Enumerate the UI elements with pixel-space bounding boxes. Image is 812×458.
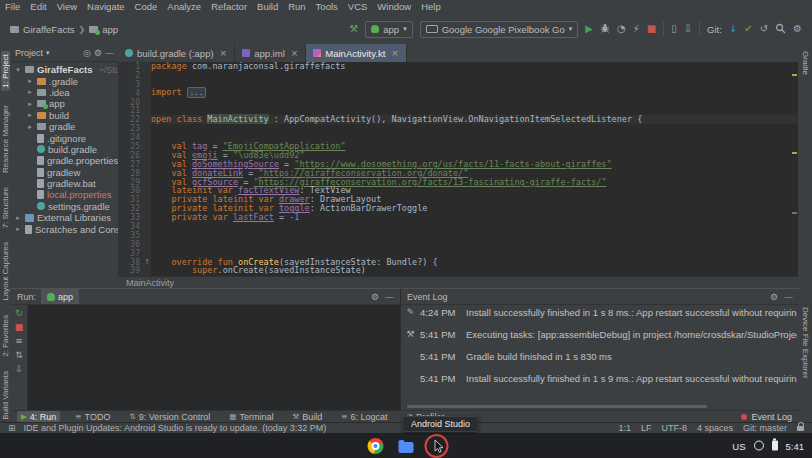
code-line[interactable]: 3 (118, 80, 798, 89)
code-line[interactable]: 1package com.naranjaconsal.giraffefacts (118, 62, 798, 71)
search-everywhere-button[interactable] (775, 23, 786, 36)
expand-arrow-icon[interactable]: ▸ (14, 225, 22, 233)
tree-item-build-gradle[interactable]: build.gradle (11, 144, 118, 155)
line-separator[interactable]: LF (641, 423, 652, 433)
file-encoding[interactable]: UTF-8 (661, 423, 687, 433)
run-button[interactable]: ▶ (585, 24, 593, 34)
toolstrip-device-file-explorer[interactable]: Device File Explorer (801, 307, 810, 379)
toolwindow-todo[interactable]: ≡TODO (71, 411, 114, 422)
caret-position[interactable]: 1:1 (618, 423, 631, 433)
lock-icon[interactable] (797, 426, 804, 431)
code-line[interactable]: 35 (118, 231, 798, 240)
git-branch[interactable]: Git: master (743, 423, 787, 433)
tree-item-external-libraries[interactable]: ▸External Libraries (11, 212, 118, 223)
scroll-to-end-button[interactable]: ⇩ (15, 365, 23, 374)
breadcrumb-module[interactable]: app (102, 24, 118, 35)
expand-arrow-icon[interactable]: ▸ (14, 214, 22, 222)
toolstrip-1-project[interactable]: 1: Project (1, 51, 10, 91)
event-log-entry[interactable]: ✎4:24 PMInstall successfully finished in… (405, 307, 797, 318)
tree-item-gradlew[interactable]: gradlew (11, 167, 118, 178)
horizontal-scrollbar[interactable] (407, 405, 707, 408)
menu-code[interactable]: Code (130, 0, 163, 14)
menu-view[interactable]: View (52, 0, 82, 14)
build-hammer-icon[interactable]: ⚒ (349, 24, 358, 34)
tab-close-icon[interactable]: × (291, 48, 299, 58)
menu-navigate[interactable]: Navigate (82, 0, 130, 14)
tree-item-local-properties[interactable]: local.properties (11, 189, 118, 200)
toolwindow-quick-access-icon[interactable]: ⊞ (8, 423, 16, 433)
toolstrip-layout-captures[interactable]: Layout Captures (1, 242, 10, 301)
hide-panel-icon[interactable]: — (784, 292, 793, 302)
debug-button[interactable] (600, 23, 610, 35)
git-commit-button[interactable]: ✔ (744, 24, 752, 34)
git-rollback-button[interactable]: ↺ (760, 24, 768, 34)
event-log-entry[interactable]: 5:41 PMInstall successfully finished in … (405, 373, 797, 384)
expand-arrow-icon[interactable]: ▸ (26, 123, 34, 131)
expand-arrow-icon[interactable]: ▾ (14, 66, 22, 74)
settings-gear-icon[interactable]: ⚙ (793, 24, 802, 34)
run-configuration-select[interactable]: app ▾ (365, 21, 412, 38)
code-area[interactable]: 1package com.naranjaconsal.giraffefacts2… (118, 62, 798, 276)
toolstrip-build-variants[interactable]: Build Variants (1, 371, 10, 420)
tree-item-build[interactable]: ▸build (11, 110, 118, 121)
menu-vcs[interactable]: VCS (343, 0, 373, 14)
toolwindow-4-run[interactable]: ▶4: Run (17, 411, 60, 422)
toolwindow-build[interactable]: ⚒Build (288, 411, 326, 422)
hide-panel-icon[interactable]: — (105, 48, 114, 58)
tree-item-gitignore[interactable]: .gitignore (11, 132, 118, 143)
device-select[interactable]: Google Google Pixelbook Go ▾ (420, 21, 579, 38)
code-line[interactable]: 2 (118, 71, 798, 80)
notification-circle-icon[interactable] (754, 441, 764, 451)
scroll-buttons[interactable]: ⇅ (15, 351, 23, 360)
error-stripe-mark[interactable] (792, 212, 797, 214)
toolwindow-terminal[interactable]: ▦Terminal (225, 411, 277, 422)
tab-close-icon[interactable]: × (220, 48, 228, 58)
expand-arrow-icon[interactable]: ▸ (26, 88, 34, 96)
run-console-output[interactable] (28, 305, 400, 411)
menu-window[interactable]: Window (372, 0, 416, 14)
rerun-button[interactable]: ↻ (15, 309, 23, 318)
code-line[interactable]: 20 (118, 98, 798, 107)
expand-arrow-icon[interactable]: ▸ (26, 77, 34, 85)
code-line[interactable]: 36 (118, 240, 798, 249)
toolstrip-7-structure[interactable]: 7: Structure (1, 187, 10, 228)
code-line[interactable]: 33 private var lastFact = -1 (118, 213, 798, 222)
profiler-button[interactable]: ◔ (617, 24, 626, 34)
tree-item-scratches-and-consoles[interactable]: ▸Scratches and Consoles (11, 223, 118, 234)
locate-file-icon[interactable]: ◎ (83, 48, 91, 58)
status-message[interactable]: IDE and Plugin Updates: Android Studio i… (24, 423, 327, 433)
code-line[interactable]: 23 (118, 124, 798, 133)
clock[interactable]: 5:41 (786, 440, 805, 451)
tree-item-gradle[interactable]: ▸.gradle (11, 75, 118, 86)
toolwindow-6-logcat[interactable]: ≡6: Logcat (337, 411, 391, 422)
menu-help[interactable]: Help (416, 0, 446, 14)
menu-build[interactable]: Build (252, 0, 283, 14)
code-editor[interactable]: 1package com.naranjaconsal.giraffefacts2… (118, 62, 798, 276)
editor-tab-mainactivity-kt[interactable]: MainActivity.kt× (306, 44, 407, 62)
menu-tools[interactable]: Tools (311, 0, 343, 14)
breadcrumb-project[interactable]: GiraffeFacts (23, 24, 75, 35)
chrome-icon[interactable] (368, 438, 384, 454)
editor-tab-build-gradle-app[interactable]: build.gradle (:app)× (118, 44, 235, 62)
tree-item-gradle-properties[interactable]: gradle.properties (11, 155, 118, 166)
hide-panel-icon[interactable]: — (385, 292, 394, 302)
git-update-button[interactable]: ↓ (729, 24, 737, 34)
project-view-select[interactable]: Project (15, 48, 43, 58)
system-tray[interactable]: US 5:41 (732, 440, 804, 451)
tree-item-gradle[interactable]: ▸gradle (11, 121, 118, 132)
run-tab-app[interactable]: app (41, 289, 79, 304)
code-line[interactable]: 39 super.onCreate(savedInstanceState) (118, 266, 798, 275)
code-line[interactable]: 4import ... (118, 89, 798, 98)
menu-run[interactable]: Run (283, 0, 310, 14)
sdk-manager-button[interactable]: ⇩ (684, 24, 692, 34)
error-stripe-mark[interactable] (792, 152, 797, 154)
tree-item-gradlew-bat[interactable]: gradlew.bat (11, 178, 118, 189)
toolstrip-2-favorites[interactable]: 2: Favorites (1, 315, 10, 357)
expand-arrow-icon[interactable]: ▸ (26, 111, 34, 119)
tree-item-giraffefacts[interactable]: ▾GiraffeFacts~/StudioProjects/GiraffeFac… (11, 64, 118, 75)
override-gutter-icon[interactable]: ↑ (143, 258, 151, 266)
tab-close-icon[interactable]: × (391, 48, 399, 58)
menu-edit[interactable]: Edit (25, 0, 51, 14)
settings-gear-icon[interactable]: ⚙ (371, 292, 379, 302)
stop-button[interactable]: ■ (647, 24, 656, 34)
